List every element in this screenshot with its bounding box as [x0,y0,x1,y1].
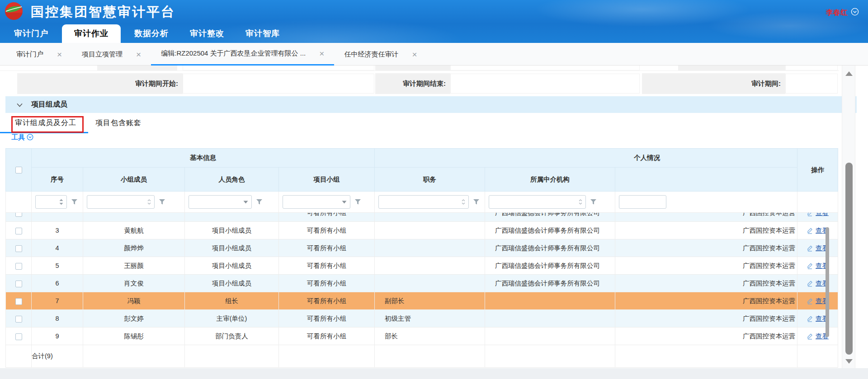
audit-period-label: 审计期间: [642,73,785,94]
column-header-group: 项目小组 [279,168,375,192]
member-filter-input[interactable] [87,195,155,209]
cell-seq: 6 [32,275,83,292]
table-row[interactable]: 8 彭文婷 主审(单位) 可看所有小组 初级主管 广西国控资本运营 查看 [6,310,838,328]
page-scrollbar-thumb[interactable] [845,163,853,355]
row-checkbox[interactable] [15,316,22,323]
document-tab[interactable]: 任中经济责任审计× [334,43,427,66]
tab-close-icon[interactable]: × [57,50,62,59]
table-row[interactable]: 9 陈锡彤 部门负责人 可看所有小组 部长 广西国控资本运营 查看 [6,328,838,345]
cell-action: 查看 [797,239,838,257]
table-row[interactable]: 3 黄航航 项目小组成员 可看所有小组 广西瑞信盛德会计师事务所有限公司 广西国… [6,222,838,239]
document-tab[interactable]: 审计门户× [6,43,72,66]
filter-funnel-icon[interactable] [354,199,361,205]
members-table: 基本信息 个人情况 操作 序号 小组成员 人员角色 项目小组 职务 所属中介机构 [5,148,838,368]
audit-period-end-label: 审计期间结束: [375,73,450,94]
nav-item-数据分析[interactable]: 数据分析 [127,24,176,43]
cell-member: 彭文婷 [83,310,185,328]
cell-group: 可看所有小组 [279,310,375,328]
view-link[interactable]: 查看 [807,213,829,221]
edit-pencil-icon [807,227,813,234]
page-scrollbar[interactable] [842,66,855,368]
member-subtabs: 审计组成员及分工 项目包含账套 [5,113,151,133]
app-title: 国控集团智慧审计平台 [31,3,175,21]
project-members-section-bar[interactable]: 项目组成员 [5,96,857,113]
nav-item-审计门户[interactable]: 审计门户 [6,24,56,43]
cell-action: 查看 [797,257,838,275]
extra-filter-input[interactable] [619,195,666,209]
filter-funnel-icon[interactable] [473,199,480,205]
tab-close-icon[interactable]: × [319,49,324,58]
cell-member: 黄航航 [83,222,185,239]
cell-role: 组长 [185,292,279,310]
scroll-up-arrow-icon[interactable] [845,71,853,76]
cell-seq: 5 [32,257,83,275]
summary-total: 合计(9) [32,345,83,368]
row-checkbox[interactable] [15,213,22,217]
cell-member: 陈锡彤 [83,328,185,345]
document-tab[interactable]: 项目立项管理× [72,43,151,66]
row-checkbox[interactable] [15,263,22,270]
nav-item-审计作业[interactable]: 审计作业 [62,24,121,43]
cell-action: 查看 [797,328,838,345]
row-checkbox[interactable] [15,228,22,234]
table-row[interactable]: 6 肖文俊 项目小组成员 可看所有小组 广西瑞信盛德会计师事务所有限公司 广西国… [6,275,838,292]
cell-role: 项目小组成员 [185,222,279,239]
cell-seq: 7 [32,292,83,310]
cell-duty [375,213,485,222]
cell-agency [485,328,615,345]
table-row[interactable]: 5 王丽颜 项目小组成员 可看所有小组 广西瑞信盛德会计师事务所有限公司 广西国… [6,257,838,275]
table-row[interactable]: 4 颜烨烨 项目小组成员 可看所有小组 广西瑞信盛德会计师事务所有限公司 广西国… [6,239,838,257]
cell-seq [32,213,83,222]
tab-close-icon[interactable]: × [412,50,417,59]
table-row[interactable]: 可看所有小组 广西瑞信盛德会计师事务所有限公司 广西国控资本运营 查看 [6,213,838,222]
audit-period-start-field[interactable] [183,74,374,94]
row-checkbox[interactable] [15,245,22,252]
edit-pencil-icon [807,298,813,304]
row-checkbox[interactable] [15,333,22,340]
agency-filter-input[interactable] [489,195,586,209]
filter-funnel-icon[interactable] [590,199,597,205]
cell-agency [485,310,615,328]
seq-filter-input[interactable] [35,195,67,209]
document-tab[interactable]: 编辑:RZ202504 关于广西农垦企业管理有限公 ...× [151,43,334,66]
audit-period-end-field[interactable] [450,74,640,94]
audit-period-start-label: 审计期间开始: [17,73,183,94]
edit-pencil-icon [807,280,813,287]
cell-role: 项目小组成员 [185,275,279,292]
tab-project-account-sets[interactable]: 项目包含账套 [86,113,151,133]
tools-menu[interactable]: 工具 [11,133,33,142]
cell-agency: 广西瑞信盛德会计师事务所有限公司 [485,222,615,239]
nav-item-审计智库[interactable]: 审计智库 [238,24,288,43]
select-all-checkbox[interactable] [15,167,22,173]
cell-group: 可看所有小组 [279,213,375,222]
column-header-role: 人员角色 [185,168,279,192]
row-checkbox[interactable] [15,298,22,305]
audit-period-field[interactable] [785,74,838,94]
group-filter-select[interactable] [283,195,350,209]
table-vertical-scrollbar-thumb[interactable] [826,227,829,337]
cell-action: 查看 [797,213,838,222]
row-checkbox[interactable] [15,281,22,287]
edit-pencil-icon [807,262,813,269]
filter-funnel-icon[interactable] [71,199,78,205]
user-menu[interactable]: 李春红 [826,8,859,18]
filter-funnel-icon[interactable] [159,199,165,205]
tab-close-icon[interactable]: × [136,50,141,59]
chevron-down-circle-icon[interactable] [851,8,859,18]
cell-action: 查看 [797,310,838,328]
user-name: 李春红 [826,8,848,18]
filter-funnel-icon[interactable] [256,199,263,205]
cell-seq: 8 [32,310,83,328]
cell-role: 主审(单位) [185,310,279,328]
scroll-down-arrow-icon[interactable] [845,359,853,364]
duty-filter-input[interactable] [378,195,469,209]
column-header-duty: 职务 [375,168,485,192]
group-header-basic: 基本信息 [32,149,375,168]
app-header: 国控集团智慧审计平台 李春红 审计门户审计作业数据分析审计整改审计智库 [0,0,868,43]
tab-audit-group-members[interactable]: 审计组成员及分工 [5,113,86,133]
nav-item-审计整改[interactable]: 审计整改 [182,24,232,43]
table-row[interactable]: 7 冯颖 组长 可看所有小组 副部长 广西国控资本运营 查看 [6,292,838,310]
tab-label: 项目立项管理 [82,50,123,59]
column-header-agency: 所属中介机构 [485,168,615,192]
role-filter-select[interactable] [189,195,252,209]
